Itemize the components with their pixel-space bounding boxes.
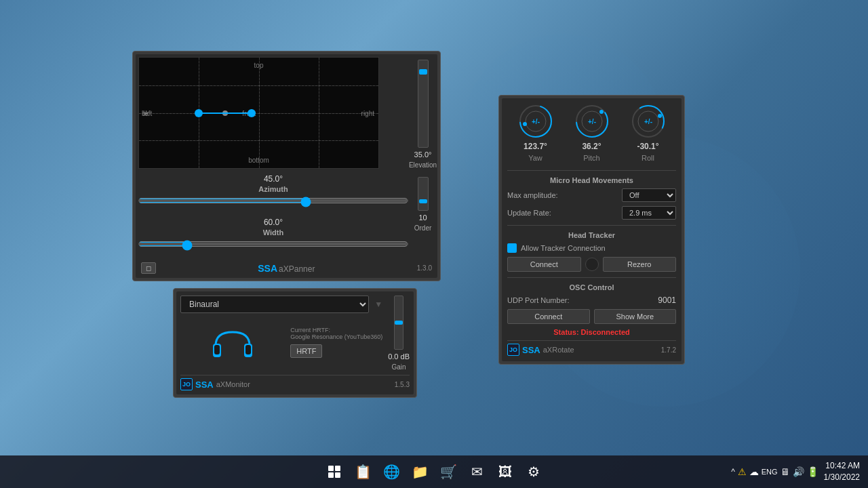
label-bottom: bottom — [248, 157, 269, 164]
monitor-logo-icon: JO — [180, 378, 193, 390]
rotate-logo: JO SSA aXRotate — [507, 344, 574, 356]
width-slider-row: 60.0° Width — [138, 215, 408, 254]
panner-icon-btn[interactable]: ◻ — [141, 262, 156, 274]
volume-icon[interactable]: 🔊 — [793, 466, 804, 477]
rotate-version: 1.7.2 — [661, 346, 676, 354]
taskbar-center: 📋 🌐 📁 🛒 ✉ 🖼 ⚙ — [322, 460, 546, 484]
start-icon-br — [335, 472, 340, 478]
allow-tracker-checkbox[interactable] — [507, 243, 517, 253]
max-amplitude-label: Max amplitude: — [507, 191, 558, 199]
label-top: top — [254, 62, 264, 69]
roll-value: -30.1° — [637, 142, 658, 151]
taskbar-files-icon[interactable]: 📋 — [351, 460, 375, 484]
label-right: right — [361, 109, 374, 117]
start-icon-bl — [328, 472, 334, 478]
taskbar-explorer-icon[interactable]: 📁 — [408, 460, 432, 484]
taskbar-edge-icon[interactable]: 🌐 — [379, 460, 403, 484]
allow-tracker-row: Allow Tracker Connection — [507, 243, 676, 253]
tracker-rezero-btn[interactable]: Rezero — [603, 257, 677, 272]
yaw-label: Yaw — [528, 154, 542, 162]
plugin-panner: top bottom left right front bk — [132, 51, 441, 281]
tracker-connect-btn[interactable]: Connect — [507, 257, 581, 272]
taskbar-settings-icon[interactable]: ⚙ — [521, 460, 546, 484]
monitor-ssa: SSA — [195, 380, 214, 390]
micro-head-title: Micro Head Movements — [507, 176, 676, 184]
rotate-footer: JO SSA aXRotate 1.7.2 — [507, 340, 676, 356]
gain-section: 0.0 dB Gain — [388, 296, 410, 371]
taskbar-datetime[interactable]: 10:42 AM 1/30/2022 — [824, 460, 860, 483]
spatial-view[interactable]: top bottom left right front bk — [138, 57, 379, 169]
taskbar-photos-icon[interactable]: 🖼 — [493, 460, 517, 484]
svg-rect-2 — [214, 345, 220, 354]
headphone-display — [180, 319, 285, 366]
monitor-footer: JO SSA aXMonitor 1.5.3 — [180, 375, 410, 390]
monitor-icon[interactable]: 🖥 — [781, 466, 790, 477]
order-value: 10 — [418, 214, 427, 222]
osc-showmore-btn[interactable]: Show More — [594, 309, 677, 324]
monitor-logo: JO SSA aXMonitor — [180, 378, 250, 390]
roll-label: Roll — [642, 154, 654, 162]
osc-connect-btn[interactable]: Connect — [507, 309, 590, 324]
headphone-icon — [209, 322, 256, 363]
monitor-mode-select[interactable]: Binaural Stereo Mono — [180, 296, 369, 313]
chevron-icon[interactable]: ^ — [731, 467, 735, 476]
svg-text:+/-: +/- — [644, 118, 652, 125]
update-rate-select[interactable]: 2.9 ms 5 ms 10 ms — [622, 206, 676, 220]
start-icon-tr — [335, 466, 340, 471]
width-label: Width — [263, 228, 283, 237]
osc-title: OSC Control — [507, 283, 676, 291]
svg-text:+/-: +/- — [532, 118, 540, 125]
pitch-knob[interactable]: +/- — [574, 104, 610, 139]
width-slider[interactable] — [138, 239, 408, 249]
pitch-value: 36.2° — [582, 142, 601, 151]
taskbar: 📋 🌐 📁 🛒 ✉ 🖼 ⚙ ^ ⚠ ☁ ENG 🖥 🔊 🔋 10:42 AM 1… — [0, 455, 868, 488]
gain-slider[interactable] — [394, 296, 403, 350]
svg-point-8 — [523, 122, 527, 126]
battery-icon[interactable]: 🔋 — [807, 466, 818, 477]
elevation-slider[interactable] — [418, 60, 429, 148]
logo-ssa: SSA — [258, 263, 277, 274]
grid-v-right — [319, 58, 319, 168]
width-value: 60.0° — [264, 218, 283, 227]
warning-icon[interactable]: ⚠ — [738, 466, 747, 477]
plugin-monitor: Binaural Stereo Mono ▼ — [173, 288, 417, 398]
panner-version: 1.3.0 — [417, 264, 432, 272]
taskbar-mail-icon[interactable]: ✉ — [465, 460, 489, 484]
taskbar-sys-tray: ^ ⚠ ☁ ENG 🖥 🔊 🔋 — [731, 466, 818, 477]
azimuth-slider[interactable] — [138, 196, 408, 205]
udp-port-label: UDP Port Number: — [507, 296, 570, 304]
yaw-knob[interactable]: +/- — [518, 104, 553, 139]
tracker-status-dot — [585, 258, 599, 271]
panner-footer: ◻ SSA aXPanner 1.3.0 — [138, 261, 435, 275]
rotate-ssa: SSA — [522, 345, 540, 355]
taskbar-store-icon[interactable]: 🛒 — [436, 460, 460, 484]
taskbar-date-value: 1/30/2022 — [824, 472, 860, 483]
svg-rect-3 — [245, 345, 251, 354]
max-amplitude-select[interactable]: Off Low Medium High — [622, 188, 676, 202]
cloud-icon[interactable]: ☁ — [749, 466, 759, 477]
label-back: bk — [142, 109, 149, 117]
divider-1 — [507, 170, 676, 171]
panner-logo: SSA aXPanner — [258, 263, 315, 274]
taskbar-right: ^ ⚠ ☁ ENG 🖥 🔊 🔋 10:42 AM 1/30/2022 — [731, 460, 868, 483]
hrtf-button[interactable]: HRTF — [290, 344, 322, 358]
roll-knob[interactable]: +/- — [631, 104, 666, 139]
allow-tracker-label: Allow Tracker Connection — [521, 244, 606, 252]
dot-line — [199, 113, 252, 114]
hrtf-info: Current HRTF: Google Resonance (YouTube3… — [290, 327, 382, 340]
pitch-label: Pitch — [583, 154, 599, 162]
monitor-name: aXMonitor — [216, 380, 250, 388]
order-label: Order — [414, 224, 432, 232]
udp-port-value: 9001 — [658, 296, 676, 305]
plugin-rotate: +/- 123.7° Yaw +/- — [498, 95, 685, 365]
taskbar-time-value: 10:42 AM — [824, 460, 860, 472]
osc-status: Status: Disconnected — [507, 328, 676, 336]
start-button[interactable] — [322, 460, 347, 484]
gain-value: 0.0 dB — [388, 352, 410, 361]
head-tracker-title: Head Tracker — [507, 231, 676, 239]
order-thumb — [419, 199, 427, 203]
rotate-knobs: +/- 123.7° Yaw +/- — [507, 104, 676, 162]
order-slider[interactable] — [418, 177, 429, 211]
gain-label: Gain — [392, 363, 406, 371]
lang-indicator[interactable]: ENG — [762, 468, 778, 476]
